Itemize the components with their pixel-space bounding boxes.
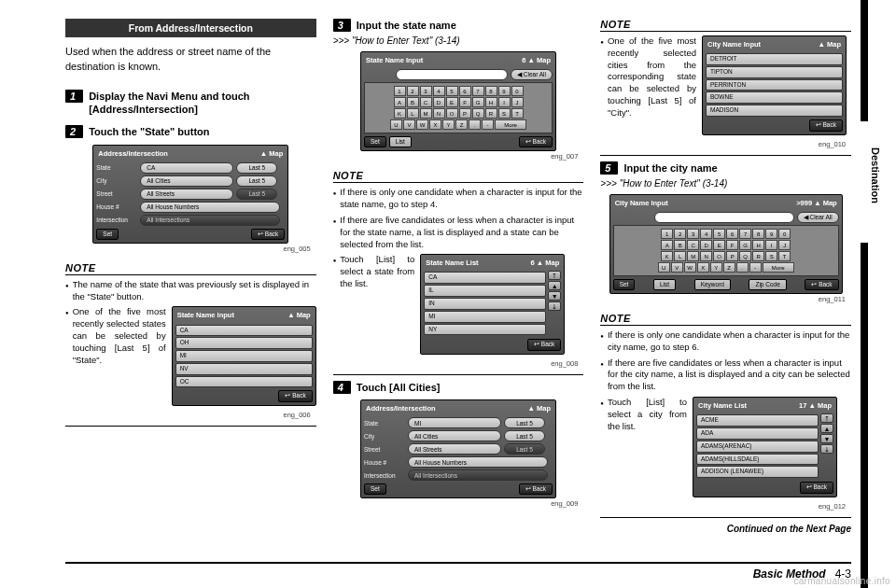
key[interactable]: B — [674, 240, 686, 250]
key[interactable]: E — [446, 97, 458, 107]
key[interactable]: Q — [739, 251, 751, 261]
set-button[interactable]: Set — [96, 229, 119, 240]
key[interactable]: 2 — [407, 86, 419, 96]
back-button[interactable]: ↩ Back — [805, 279, 838, 290]
key[interactable]: - — [482, 119, 494, 130]
list-button[interactable]: List — [653, 279, 676, 290]
key[interactable]: S — [498, 108, 511, 119]
list-item[interactable]: PERRINTON — [706, 79, 843, 91]
scroll-bottom-icon[interactable]: ⤓ — [548, 301, 561, 311]
key[interactable]: 1 — [394, 86, 406, 96]
key[interactable]: 8 — [485, 86, 497, 96]
list-item[interactable]: CA — [175, 325, 313, 337]
state-last5[interactable]: Last 5 — [504, 417, 545, 428]
key[interactable]: J — [511, 97, 524, 107]
scroll-down-icon[interactable]: ▼ — [820, 434, 833, 443]
key[interactable]: A — [394, 97, 406, 107]
city-last5[interactable]: Last 5 — [504, 430, 545, 441]
key[interactable]: 7 — [739, 229, 751, 239]
key[interactable]: U — [390, 119, 402, 130]
back-button[interactable]: ↩ Back — [527, 339, 561, 351]
key[interactable]: R — [485, 108, 497, 119]
state-last5[interactable]: Last 5 — [236, 162, 277, 174]
key[interactable]: 5 — [446, 86, 458, 96]
key[interactable]: - — [749, 262, 762, 273]
list-item[interactable]: DETROIT — [706, 53, 843, 65]
key[interactable]: K — [661, 251, 673, 261]
key[interactable]: 0 — [511, 86, 524, 96]
more-key[interactable]: More — [495, 119, 526, 130]
key[interactable]: 5 — [713, 229, 725, 239]
map-icon[interactable]: ▲ Map — [260, 149, 284, 158]
list-item[interactable]: BOWNE — [706, 91, 843, 104]
key[interactable]: H — [485, 97, 497, 107]
map-icon[interactable]: ▲ Map — [287, 311, 311, 320]
list-item[interactable]: IL — [424, 285, 546, 297]
map-icon[interactable]: ▲ Map — [818, 40, 841, 49]
state-button[interactable]: MI — [408, 417, 501, 428]
key[interactable]: 3 — [687, 229, 699, 239]
scroll-up-icon[interactable]: ▲ — [820, 424, 833, 433]
key[interactable]: V — [671, 262, 683, 273]
key[interactable]: D — [433, 97, 445, 107]
key[interactable]: T — [778, 251, 791, 261]
set-button[interactable]: Set — [364, 136, 386, 147]
list-item[interactable]: MI — [175, 350, 313, 362]
key[interactable]: O — [446, 108, 458, 119]
key[interactable]: P — [726, 251, 738, 261]
key[interactable]: D — [700, 240, 712, 250]
set-button[interactable]: Set — [364, 483, 386, 495]
key[interactable]: R — [752, 251, 764, 261]
more-key[interactable]: More — [763, 262, 794, 273]
key[interactable]: O — [713, 251, 725, 261]
scroll-bottom-icon[interactable]: ⤓ — [820, 444, 833, 454]
back-button[interactable]: ↩ Back — [278, 390, 312, 402]
list-item[interactable]: OC — [175, 376, 313, 388]
key[interactable]: 4 — [433, 86, 445, 96]
key[interactable]: 8 — [752, 229, 764, 239]
key[interactable]: H — [752, 240, 764, 250]
zipcode-button[interactable]: Zip Code — [749, 279, 786, 290]
key[interactable]: 9 — [765, 229, 777, 239]
house-button[interactable]: All House Numbers — [408, 456, 548, 468]
clear-all-button[interactable]: ◀ Clear All — [511, 69, 553, 80]
key[interactable]: G — [739, 240, 751, 250]
set-button[interactable]: Set — [613, 279, 636, 290]
key[interactable]: K — [394, 108, 406, 119]
key[interactable]: 7 — [472, 86, 484, 96]
city-button[interactable]: All Cities — [140, 175, 233, 187]
scroll-top-icon[interactable]: ⤒ — [820, 413, 833, 423]
key[interactable]: N — [433, 108, 445, 119]
house-button[interactable]: All House Numbers — [140, 202, 280, 213]
key[interactable]: W — [684, 262, 696, 273]
key[interactable]: U — [658, 262, 670, 273]
back-button[interactable]: ↩ Back — [800, 482, 833, 494]
key[interactable]: L — [674, 251, 686, 261]
key[interactable]: F — [459, 97, 471, 107]
key[interactable]: F — [726, 240, 738, 250]
key[interactable]: 2 — [674, 229, 686, 239]
key[interactable]: . — [469, 119, 481, 130]
key[interactable]: 1 — [661, 229, 673, 239]
key[interactable]: M — [687, 251, 699, 261]
key[interactable]: 9 — [498, 86, 511, 96]
back-button[interactable]: ↩ Back — [519, 483, 553, 495]
key[interactable]: E — [713, 240, 725, 250]
key[interactable]: I — [498, 97, 511, 107]
key[interactable]: Z — [455, 119, 468, 130]
key[interactable]: V — [403, 119, 415, 130]
key[interactable]: L — [407, 108, 419, 119]
back-button[interactable]: ↩ Back — [251, 229, 285, 240]
key[interactable]: J — [778, 240, 791, 250]
list-item[interactable]: NY — [424, 324, 546, 336]
key[interactable]: T — [511, 108, 524, 119]
key[interactable]: 3 — [420, 86, 432, 96]
key[interactable]: I — [765, 240, 777, 250]
list-item[interactable]: IN — [424, 298, 546, 310]
city-last5[interactable]: Last 5 — [236, 175, 277, 187]
key[interactable]: Y — [710, 262, 722, 273]
list-item[interactable]: MADISON — [706, 105, 843, 117]
list-item[interactable]: ADDISON (LENAWEE) — [696, 466, 819, 478]
back-button[interactable]: ↩ Back — [519, 136, 553, 147]
list-item[interactable]: TIPTON — [706, 66, 843, 78]
